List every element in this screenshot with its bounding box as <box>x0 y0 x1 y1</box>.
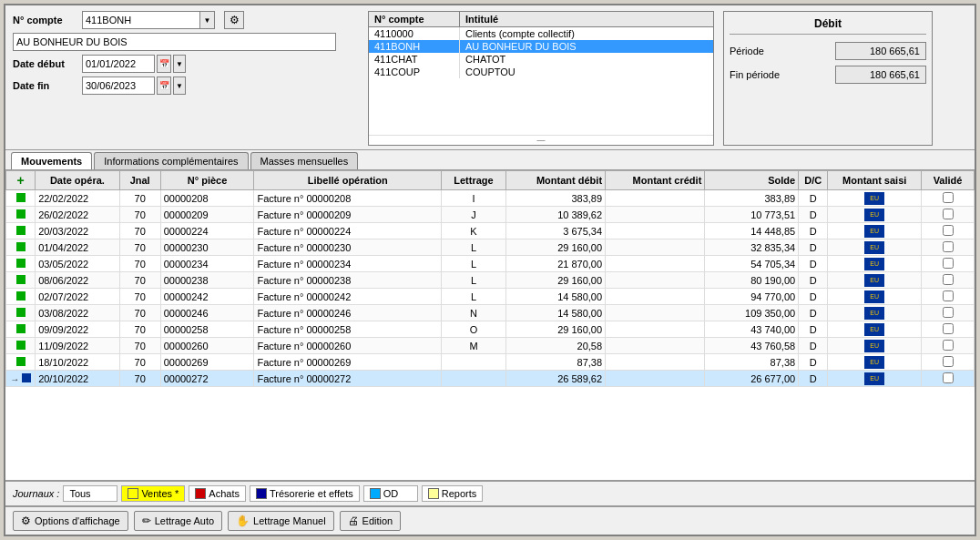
col-date[interactable]: Date opéra. <box>36 171 120 190</box>
cell-libelle: Facture n° 00000209 <box>254 207 442 223</box>
date-fin-arrow-btn[interactable]: ▼ <box>173 76 186 95</box>
journal-item[interactable]: Ventes * <box>121 485 185 502</box>
cell-indicator: → <box>6 371 36 387</box>
compte-input[interactable] <box>82 11 200 29</box>
valide-checkbox[interactable] <box>943 356 954 367</box>
journal-color <box>428 488 439 499</box>
valide-checkbox[interactable] <box>943 192 954 203</box>
cell-valide[interactable] <box>922 354 975 371</box>
add-row-btn[interactable]: + <box>16 173 24 188</box>
compte-dropdown-btn[interactable]: ▼ <box>200 11 215 29</box>
table-row[interactable]: 08/06/2022 70 00000238 Facture n° 000002… <box>6 272 975 289</box>
valide-checkbox[interactable] <box>943 209 954 219</box>
lettrage-auto-icon: ✏ <box>142 515 151 527</box>
cell-valide[interactable] <box>922 321 975 338</box>
valide-checkbox[interactable] <box>943 225 954 236</box>
table-row[interactable]: 02/07/2022 70 00000242 Facture n° 000002… <box>6 289 975 305</box>
date-fin-row: Date fin 📅 ▼ <box>13 76 359 95</box>
cell-valide[interactable] <box>922 289 975 305</box>
date-debut-input[interactable] <box>82 55 155 73</box>
lookup-row[interactable]: 411COUPCOUPTOU <box>369 66 713 78</box>
table-row[interactable]: 26/02/2022 70 00000209 Facture n° 000002… <box>6 207 975 223</box>
edition-button[interactable]: 🖨 Edition <box>340 511 402 531</box>
journal-item[interactable]: Reports <box>422 485 484 502</box>
periode-value: 180 665,61 <box>835 42 926 60</box>
valide-checkbox[interactable] <box>943 307 954 318</box>
table-row[interactable]: → 20/10/2022 70 00000272 Facture n° 0000… <box>6 371 975 387</box>
col-jnal[interactable]: Jnal <box>119 171 160 190</box>
journal-item[interactable]: Trésorerie et effets <box>250 485 360 502</box>
cell-libelle: Facture n° 00000224 <box>254 223 442 239</box>
col-piece[interactable]: N° pièce <box>160 171 254 190</box>
col-montant-credit[interactable]: Montant crédit <box>606 171 705 190</box>
valide-checkbox[interactable] <box>943 323 954 334</box>
cell-valide[interactable] <box>922 256 975 272</box>
cell-jnal: 70 <box>119 338 160 354</box>
cell-valide[interactable] <box>922 305 975 321</box>
cell-valide[interactable] <box>922 223 975 239</box>
cell-dc: D <box>799 305 828 321</box>
cell-valide[interactable] <box>922 371 975 387</box>
cell-solde: 43 760,58 <box>705 338 799 354</box>
cell-indicator <box>6 338 36 354</box>
col-libelle[interactable]: Libellé opération <box>254 171 442 190</box>
valide-checkbox[interactable] <box>943 241 954 252</box>
date-fin-cal-btn[interactable]: 📅 <box>157 76 171 95</box>
cell-lettrage: M <box>442 338 506 354</box>
gear-button[interactable]: ⚙ <box>224 11 244 29</box>
cell-montant-debit: 29 160,00 <box>505 321 605 338</box>
date-fin-input[interactable] <box>82 76 155 95</box>
lettrage-auto-button[interactable]: ✏ Lettrage Auto <box>134 511 222 531</box>
lookup-row[interactable]: 4110000Clients (compte collectif) <box>369 27 713 40</box>
valide-checkbox[interactable] <box>943 290 954 301</box>
journal-item[interactable]: Achats <box>189 485 246 502</box>
valide-checkbox[interactable] <box>943 258 954 269</box>
table-header-row: + Date opéra. Jnal N° pièce Libellé opér… <box>6 171 975 190</box>
cell-piece: 00000208 <box>160 190 254 207</box>
valide-checkbox[interactable] <box>943 274 954 285</box>
table-row[interactable]: 18/10/2022 70 00000269 Facture n° 000002… <box>6 354 975 371</box>
options-affichage-button[interactable]: ⚙ Options d'affichage <box>13 511 128 531</box>
cell-valide[interactable] <box>922 207 975 223</box>
cell-dc: D <box>799 207 828 223</box>
col-montant-debit[interactable]: Montant débit <box>505 171 605 190</box>
table-row[interactable]: 20/03/2022 70 00000224 Facture n° 000002… <box>6 223 975 239</box>
cell-montant-credit <box>606 338 705 354</box>
table-row[interactable]: 03/05/2022 70 00000234 Facture n° 000002… <box>6 256 975 272</box>
date-debut-cal-btn[interactable]: 📅 <box>157 55 171 73</box>
valide-checkbox[interactable] <box>943 340 954 351</box>
col-valide[interactable]: Validé <box>922 171 975 190</box>
tab-mouvements[interactable]: Mouvements <box>11 152 92 169</box>
cell-indicator <box>6 207 36 223</box>
table-row[interactable]: 01/04/2022 70 00000230 Facture n° 000002… <box>6 239 975 256</box>
col-solde[interactable]: Solde <box>705 171 799 190</box>
table-row[interactable]: 09/09/2022 70 00000258 Facture n° 000002… <box>6 321 975 338</box>
journal-color <box>256 488 267 499</box>
cell-indicator <box>6 321 36 338</box>
journal-item[interactable]: Tous <box>63 485 117 502</box>
lookup-row[interactable]: 411CHATCHATOT <box>369 53 713 66</box>
cell-indicator <box>6 289 36 305</box>
cell-valide[interactable] <box>922 338 975 354</box>
lettrage-manuel-button[interactable]: ✋ Lettrage Manuel <box>228 511 334 531</box>
cell-valide[interactable] <box>922 190 975 207</box>
cell-valide[interactable] <box>922 272 975 289</box>
tab-masses[interactable]: Masses mensuelles <box>250 152 359 169</box>
valide-checkbox[interactable] <box>943 372 954 383</box>
cell-dc: D <box>799 256 828 272</box>
cell-lettrage: L <box>442 272 506 289</box>
cell-libelle: Facture n° 00000238 <box>254 272 442 289</box>
date-debut-arrow-btn[interactable]: ▼ <box>173 55 186 73</box>
tab-informations[interactable]: Informations complémentaires <box>94 152 248 169</box>
table-row[interactable]: 22/02/2022 70 00000208 Facture n° 000002… <box>6 190 975 207</box>
col-montant-saisi[interactable]: Montant saisi <box>828 171 922 190</box>
table-row[interactable]: 11/09/2022 70 00000260 Facture n° 000002… <box>6 338 975 354</box>
journal-item[interactable]: OD <box>363 485 418 502</box>
table-row[interactable]: 03/08/2022 70 00000246 Facture n° 000002… <box>6 305 975 321</box>
cell-valide[interactable] <box>922 239 975 256</box>
col-dc[interactable]: D/C <box>799 171 828 190</box>
bottom-toolbar: ⚙ Options d'affichage ✏ Lettrage Auto ✋ … <box>5 506 975 535</box>
lookup-row[interactable]: 411BONHAU BONHEUR DU BOIS <box>369 40 713 53</box>
cell-solde: 383,89 <box>705 190 799 207</box>
col-lettrage[interactable]: Lettrage <box>442 171 506 190</box>
